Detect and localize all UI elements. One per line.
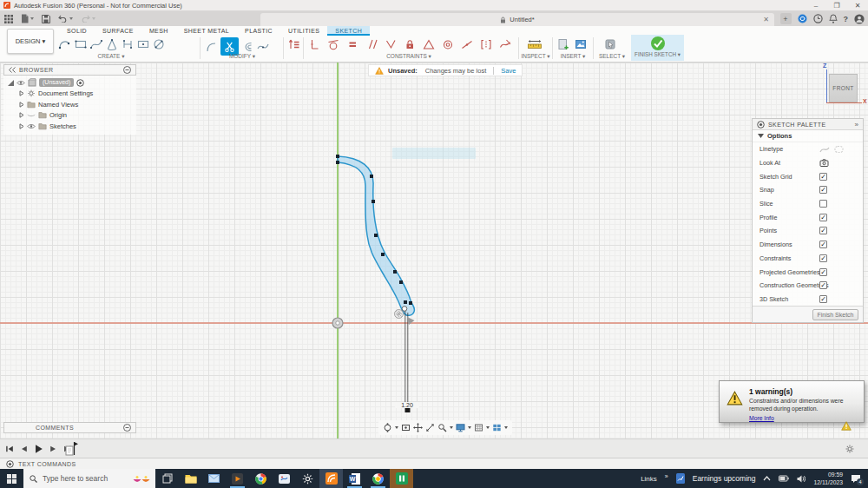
tab-mesh[interactable]: MESH: [141, 26, 176, 36]
pan-icon[interactable]: [413, 423, 423, 432]
checkbox[interactable]: ✓: [819, 173, 827, 181]
checkbox[interactable]: ✓: [819, 295, 827, 303]
browser-item-sketches[interactable]: Sketches: [3, 121, 136, 132]
notifications-bell-icon[interactable]: [829, 14, 838, 23]
play-icon[interactable]: [34, 444, 43, 454]
volume-icon[interactable]: [797, 475, 806, 483]
browser-profile-icon[interactable]: [366, 469, 390, 488]
checkbox[interactable]: ✓: [819, 268, 827, 276]
spline-point[interactable]: [372, 200, 375, 203]
browser-item-named-views[interactable]: Named Views: [3, 99, 136, 110]
viewports-icon[interactable]: [492, 423, 502, 432]
tab-sketch[interactable]: SKETCH: [327, 26, 370, 36]
minimize-button[interactable]: –: [806, 0, 826, 11]
comments-options-icon[interactable]: [123, 424, 131, 432]
spline-point[interactable]: [381, 253, 385, 256]
close-button[interactable]: ✕: [847, 0, 868, 11]
movies-app-icon[interactable]: [226, 469, 249, 488]
display-settings-caret[interactable]: [468, 426, 471, 429]
start-button[interactable]: [0, 469, 23, 488]
orbit-caret[interactable]: [395, 426, 398, 429]
stocks-ticker-text[interactable]: Earnings upcoming: [693, 474, 756, 483]
visibility-eye-icon[interactable]: [16, 79, 25, 87]
save-icon[interactable]: [42, 15, 50, 23]
model-canvas[interactable]: 1.20 BROWSER (Unsaved) Document Settings…: [0, 63, 868, 439]
spline-node-circle[interactable]: [402, 307, 407, 312]
taskbar-clock[interactable]: 09:59 12/11/2023: [813, 471, 843, 486]
slot-tool-icon[interactable]: [121, 37, 135, 51]
taskbar-search[interactable]: Type here to search: [23, 469, 155, 488]
checkbox[interactable]: [819, 200, 827, 208]
checkbox[interactable]: ✓: [819, 227, 827, 234]
edit-spline-tool-icon[interactable]: [256, 40, 270, 54]
links-toolbar[interactable]: Links: [641, 475, 657, 483]
orbit-icon[interactable]: [383, 423, 392, 432]
display-settings-icon[interactable]: [456, 423, 465, 432]
expander-icon[interactable]: [19, 123, 24, 129]
visibility-eye-off-icon[interactable]: [27, 111, 36, 119]
redo-button[interactable]: [81, 15, 95, 23]
browser-root-node[interactable]: (Unsaved): [3, 77, 136, 89]
viewcube-front-face[interactable]: FRONT: [829, 74, 858, 102]
checkbox[interactable]: ✓: [819, 186, 827, 194]
spline-point[interactable]: [393, 270, 397, 274]
finish-sketch-button[interactable]: FINISH SKETCH ▾: [631, 35, 684, 61]
modify-group-label[interactable]: MODIFY ▾: [201, 53, 283, 60]
midpoint-constraint-icon[interactable]: [460, 37, 474, 51]
app-grid-icon[interactable]: [4, 15, 13, 23]
radio-active-icon[interactable]: [76, 79, 84, 87]
text-commands-bar[interactable]: TEXT COMMANDS: [0, 458, 868, 469]
grid-settings-icon[interactable]: [474, 423, 483, 432]
spline-point[interactable]: [374, 234, 378, 237]
checkbox[interactable]: ✓: [819, 241, 827, 248]
battery-icon[interactable]: [779, 475, 789, 482]
meeting-app-icon[interactable]: [390, 469, 413, 488]
browser-options-icon[interactable]: [123, 66, 131, 74]
view-cube[interactable]: FRONT Z X: [814, 63, 868, 111]
tab-close-icon[interactable]: ✕: [763, 16, 769, 23]
document-tab[interactable]: Untitled* ✕: [260, 13, 774, 26]
circle-tool-icon[interactable]: [152, 37, 166, 51]
browser-header[interactable]: BROWSER: [3, 64, 136, 76]
spline-point[interactable]: [409, 301, 412, 305]
spline-tool-icon[interactable]: [89, 37, 103, 51]
linetype-spline-icon[interactable]: [819, 145, 830, 154]
fillet-tool-icon[interactable]: [205, 40, 219, 54]
task-view-button[interactable]: [155, 469, 179, 488]
job-status-icon[interactable]: [798, 14, 807, 23]
constraints-group-label[interactable]: CONSTRAINTS ▾: [306, 53, 512, 60]
file-explorer-icon[interactable]: [179, 469, 202, 488]
visibility-eye-icon[interactable]: [27, 122, 36, 130]
word-app-icon[interactable]: W: [343, 469, 366, 488]
spline-point[interactable]: [404, 300, 407, 304]
step-back-icon[interactable]: [20, 445, 28, 453]
checkbox[interactable]: ✓: [819, 214, 827, 221]
parallel-constraint-icon[interactable]: [365, 37, 378, 51]
collapse-left-icon[interactable]: [9, 67, 16, 73]
tangent-constraint-icon[interactable]: [326, 37, 340, 51]
inspect-group-label[interactable]: INSPECT ▾: [519, 53, 552, 60]
more-info-link[interactable]: More Info: [749, 415, 774, 421]
palette-collapse-icon[interactable]: »: [855, 121, 858, 129]
tab-utilities[interactable]: UTILITIES: [280, 26, 327, 36]
tray-chevron-up-icon[interactable]: [763, 476, 771, 481]
file-menu-button[interactable]: [21, 14, 34, 23]
tab-plastic[interactable]: PLASTIC: [237, 26, 280, 36]
checkbox[interactable]: ✓: [819, 281, 827, 289]
grid-settings-caret[interactable]: [486, 426, 490, 429]
expander-icon[interactable]: [19, 112, 24, 118]
center-rectangle-tool-icon[interactable]: [136, 37, 150, 51]
fit-zoom-icon[interactable]: [437, 423, 447, 432]
line-tool-icon[interactable]: [58, 37, 72, 51]
new-tab-button[interactable]: +: [780, 13, 792, 24]
insert-group-label[interactable]: INSERT ▾: [554, 53, 592, 60]
dimension-stem-lines[interactable]: [405, 310, 408, 407]
curvature-constraint-icon[interactable]: [498, 37, 512, 51]
help-icon[interactable]: ?: [844, 15, 849, 23]
browser-item-origin[interactable]: Origin: [3, 110, 136, 122]
warning-popup[interactable]: 1 warning(s) Constraints and/or dimensio…: [719, 380, 865, 423]
settings-gear-icon[interactable]: [296, 469, 319, 488]
rectangle-tool-icon[interactable]: [74, 37, 88, 51]
horizontal-vertical-constraint-icon[interactable]: [307, 37, 321, 51]
root-document-label[interactable]: (Unsaved): [39, 78, 74, 87]
